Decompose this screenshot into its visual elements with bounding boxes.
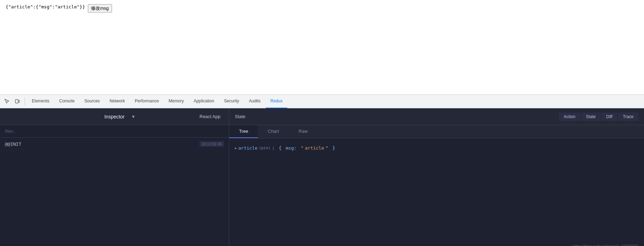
chart-sub-tab[interactable]: Chart [258,125,289,138]
state-tab-btn[interactable]: State [581,113,601,121]
tree-msg-key: msg: [283,144,299,152]
main-content-area: {"article":{"msg":"article"}} 修改msg [0,0,644,94]
sub-tabs: Tree Chart Raw [229,125,644,138]
state-panel: State Action State Diff Trace Tree Chart… [229,108,644,246]
tree-msg-value: article [305,144,324,152]
svg-rect-1 [19,100,20,102]
url-text: https://blog.csdn.net/weixin_42566993 [573,244,638,246]
tree-quote-close: " [326,144,328,152]
diff-tab-btn[interactable]: Diff [601,113,617,121]
devtools-tabs: Elements Console Sources Network Perform… [27,95,287,108]
tab-application[interactable]: Application [189,94,219,108]
tab-buttons-group: Action State Diff Trace [559,113,638,121]
tree-sub-tab[interactable]: Tree [229,125,258,138]
inspect-element-icon[interactable] [3,97,11,106]
tree-row-article: ▶ article (pin) : { msg: " article " } [235,144,638,152]
tab-sources[interactable]: Sources [79,94,105,108]
tab-security[interactable]: Security [219,94,244,108]
json-display: {"article":{"msg":"article"}} [6,4,85,9]
inspector-header: Inspector ▼ React App [0,108,229,125]
tab-network[interactable]: Network [105,94,130,108]
action-tab-btn[interactable]: Action [559,113,580,121]
filter-input[interactable] [0,125,229,138]
tab-console[interactable]: Console [54,94,79,108]
action-item-init[interactable]: @@INIT 10:13:02.45 [0,138,229,151]
tree-expand-arrow[interactable]: ▶ [235,145,237,151]
tree-pin-label: (pin) [259,145,271,152]
raw-sub-tab[interactable]: Raw [289,125,317,138]
state-label: State [235,114,556,119]
inspector-dropdown-icon[interactable]: ▼ [131,114,135,119]
tab-memory[interactable]: Memory [164,94,189,108]
devtools-icon-group [3,97,25,106]
tree-brace-open: { [279,144,282,152]
device-toggle-icon[interactable] [13,97,22,106]
modify-msg-button[interactable]: 修改msg [88,4,112,13]
tree-quote-open: " [301,144,303,152]
tab-elements[interactable]: Elements [27,94,54,108]
action-name: @@INIT [5,142,21,147]
tree-value-preview: : [272,144,278,152]
action-list-panel: Inspector ▼ React App @@INIT 10:13:02.45 [0,108,229,246]
tree-key-article: article [238,144,258,152]
redux-panel: Inspector ▼ React App @@INIT 10:13:02.45… [0,108,644,246]
state-content: ▶ article (pin) : { msg: " article " } [229,138,644,246]
action-time: 10:13:02.45 [200,141,224,147]
svg-rect-0 [15,100,18,103]
react-app-title: React App [200,114,220,119]
tree-brace-close: } [330,144,335,152]
tab-redux[interactable]: Redux [266,94,288,108]
tab-audits[interactable]: Audits [244,94,265,108]
inspector-title: Inspector [104,114,125,120]
tab-performance[interactable]: Performance [130,94,164,108]
state-header: State Action State Diff Trace [229,108,644,125]
devtools-toolbar: Elements Console Sources Network Perform… [0,94,644,108]
trace-tab-btn[interactable]: Trace [618,113,638,121]
